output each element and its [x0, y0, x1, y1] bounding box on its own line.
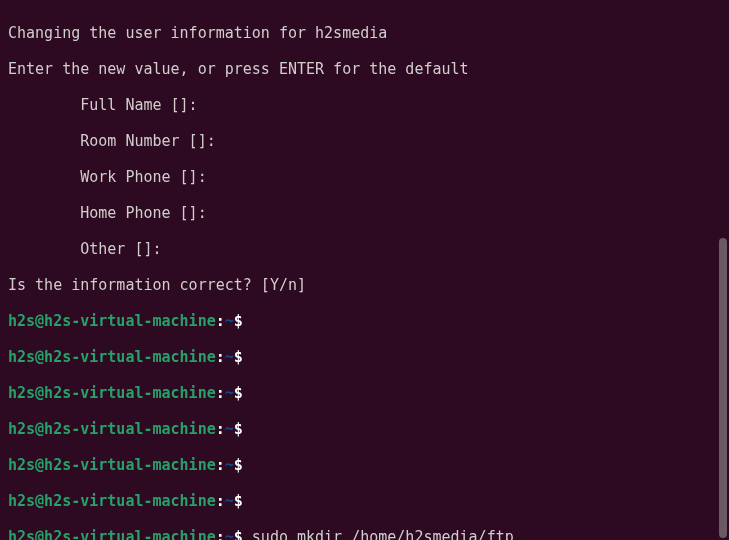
terminal-output[interactable]: Changing the user information for h2smed… — [0, 0, 729, 540]
prompt-path: ~ — [225, 348, 234, 366]
prompt-dollar: $ — [234, 312, 243, 330]
prompt-line: h2s@h2s-virtual-machine:~$ — [8, 348, 721, 366]
scrollbar-thumb[interactable] — [719, 238, 727, 538]
command-text — [243, 456, 252, 474]
prompt-colon: : — [216, 492, 225, 510]
command-text: sudo mkdir /home/h2smedia/ftp — [243, 528, 514, 540]
prompt-dollar: $ — [234, 456, 243, 474]
output-line: Room Number []: — [8, 132, 721, 150]
prompt-path: ~ — [225, 312, 234, 330]
output-line: Full Name []: — [8, 96, 721, 114]
prompt-path: ~ — [225, 528, 234, 540]
prompt-path: ~ — [225, 420, 234, 438]
output-line: Is the information correct? [Y/n] — [8, 276, 721, 294]
prompt-line: h2s@h2s-virtual-machine:~$ — [8, 384, 721, 402]
prompt-colon: : — [216, 420, 225, 438]
prompt-colon: : — [216, 528, 225, 540]
prompt-dollar: $ — [234, 492, 243, 510]
prompt-dollar: $ — [234, 348, 243, 366]
prompt-path: ~ — [225, 456, 234, 474]
prompt-colon: : — [216, 384, 225, 402]
output-line: Other []: — [8, 240, 721, 258]
output-line: Changing the user information for h2smed… — [8, 24, 721, 42]
command-text — [243, 312, 252, 330]
prompt-line: h2s@h2s-virtual-machine:~$ — [8, 312, 721, 330]
prompt-userhost: h2s@h2s-virtual-machine — [8, 348, 216, 366]
scrollbar-track[interactable] — [717, 2, 727, 538]
prompt-dollar: $ — [234, 420, 243, 438]
prompt-path: ~ — [225, 384, 234, 402]
prompt-colon: : — [216, 312, 225, 330]
output-line: Work Phone []: — [8, 168, 721, 186]
output-line: Enter the new value, or press ENTER for … — [8, 60, 721, 78]
prompt-userhost: h2s@h2s-virtual-machine — [8, 456, 216, 474]
prompt-line: h2s@h2s-virtual-machine:~$ — [8, 456, 721, 474]
output-line: Home Phone []: — [8, 204, 721, 222]
prompt-colon: : — [216, 456, 225, 474]
prompt-colon: : — [216, 348, 225, 366]
prompt-userhost: h2s@h2s-virtual-machine — [8, 492, 216, 510]
command-text — [243, 384, 252, 402]
prompt-userhost: h2s@h2s-virtual-machine — [8, 384, 216, 402]
prompt-userhost: h2s@h2s-virtual-machine — [8, 312, 216, 330]
command-text — [243, 420, 252, 438]
prompt-line: h2s@h2s-virtual-machine:~$ — [8, 420, 721, 438]
prompt-path: ~ — [225, 492, 234, 510]
prompt-userhost: h2s@h2s-virtual-machine — [8, 420, 216, 438]
prompt-dollar: $ — [234, 528, 243, 540]
prompt-dollar: $ — [234, 384, 243, 402]
command-text — [243, 348, 252, 366]
prompt-line: h2s@h2s-virtual-machine:~$ — [8, 492, 721, 510]
prompt-userhost: h2s@h2s-virtual-machine — [8, 528, 216, 540]
prompt-line: h2s@h2s-virtual-machine:~$ sudo mkdir /h… — [8, 528, 721, 540]
command-text — [243, 492, 252, 510]
